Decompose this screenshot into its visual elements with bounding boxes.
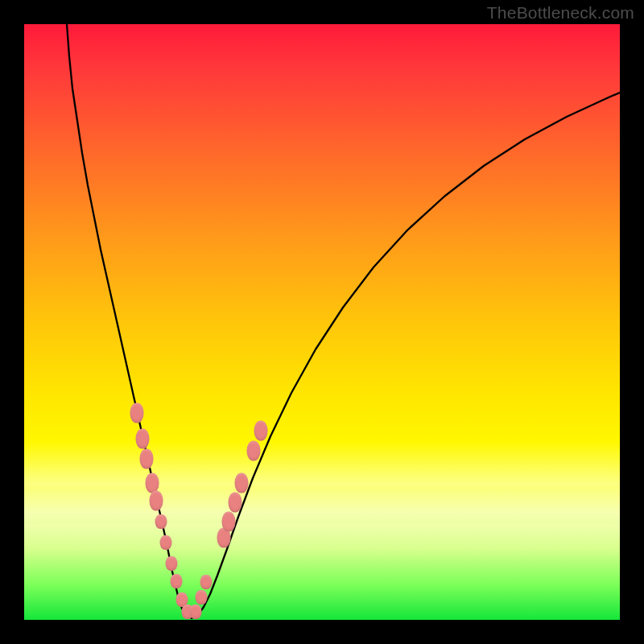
curve-marker bbox=[254, 421, 268, 441]
curve-marker bbox=[171, 574, 183, 588]
curve-marker bbox=[166, 556, 178, 571]
curve-marker bbox=[140, 449, 154, 469]
curve-marker bbox=[235, 473, 249, 493]
chart-frame: TheBottleneck.com bbox=[0, 0, 644, 644]
highlighted-markers bbox=[24, 24, 620, 620]
curve-marker bbox=[155, 514, 167, 529]
curve-marker bbox=[150, 491, 163, 511]
curve-marker bbox=[200, 575, 213, 589]
curve-marker bbox=[160, 535, 172, 550]
curve-marker bbox=[222, 512, 236, 532]
plot-area bbox=[24, 24, 620, 620]
curve-marker bbox=[136, 429, 150, 449]
curve-marker bbox=[196, 590, 208, 605]
curve-marker bbox=[229, 493, 242, 513]
watermark-text: TheBottleneck.com bbox=[487, 3, 634, 23]
curve-marker bbox=[247, 441, 261, 461]
curve-marker bbox=[130, 403, 144, 423]
curve-marker bbox=[190, 605, 202, 619]
